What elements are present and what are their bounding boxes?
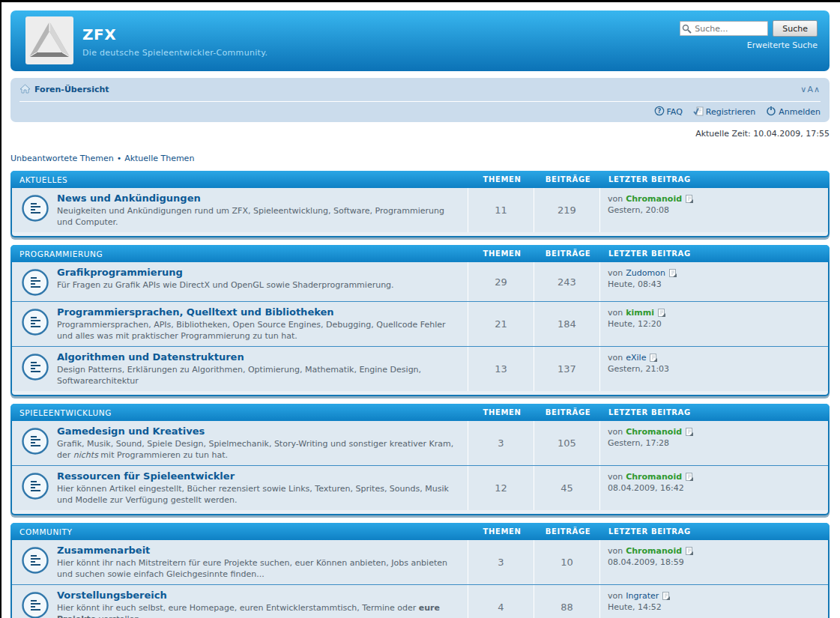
forum-section-spieleentwicklung: SPIELEENTWICKLUNG THEMEN BEITRÄGE LETZTE… bbox=[10, 404, 830, 515]
last-post: vonChromanoid Gestern, 20:08 bbox=[599, 188, 828, 232]
search-icon bbox=[682, 24, 692, 36]
forum-description: Für Fragen zu Grafik APIs wie DirectX un… bbox=[57, 279, 457, 291]
last-poster-link[interactable]: eXile bbox=[626, 353, 646, 363]
forum-icon bbox=[21, 472, 49, 500]
column-header-topics: THEMEN bbox=[469, 408, 535, 416]
last-post: vonChromanoid Gestern, 17:28 bbox=[599, 421, 828, 465]
last-post-time: Heute, 12:20 bbox=[608, 319, 825, 329]
goto-last-post-icon[interactable] bbox=[685, 473, 694, 482]
section-title[interactable]: AKTUELLES bbox=[10, 175, 469, 184]
goto-last-post-icon[interactable] bbox=[685, 428, 694, 437]
forum-row: News und Ankündigungen Neuigkeiten und A… bbox=[12, 188, 828, 232]
goto-last-post-icon[interactable] bbox=[649, 354, 658, 363]
advanced-search-link[interactable]: Erweiterte Suche bbox=[747, 40, 818, 50]
last-poster-link[interactable]: Zudomon bbox=[626, 268, 665, 278]
last-poster-link[interactable]: kimmi bbox=[626, 308, 654, 318]
section-header: SPIELEENTWICKLUNG THEMEN BEITRÄGE LETZTE… bbox=[10, 404, 830, 421]
current-time: Aktuelle Zeit: 10.04.2009, 17:55 bbox=[10, 129, 830, 139]
section-title[interactable]: SPIELEENTWICKLUNG bbox=[10, 408, 469, 417]
forum-title-link[interactable]: Algorithmen und Datenstrukturen bbox=[57, 351, 244, 363]
column-header-lastpost: LETZTER BEITRAG bbox=[601, 175, 830, 184]
topics-count: 21 bbox=[468, 302, 534, 346]
last-post: vonkimmi Heute, 12:20 bbox=[599, 302, 828, 346]
last-post: vonChromanoid 08.04.2009, 16:42 bbox=[599, 466, 828, 510]
column-header-topics: THEMEN bbox=[469, 175, 535, 184]
column-header-lastpost: LETZTER BEITRAG bbox=[601, 527, 830, 536]
goto-last-post-icon[interactable] bbox=[657, 309, 666, 318]
unanswered-topics-link[interactable]: Unbeantwortete Themen bbox=[10, 154, 114, 163]
column-header-topics: THEMEN bbox=[469, 527, 535, 536]
page: ZFX Die deutsche Spieleentwickler-Commun… bbox=[10, 10, 830, 618]
last-poster-link[interactable]: Chromanoid bbox=[626, 546, 682, 556]
posts-count: 10 bbox=[534, 540, 599, 584]
topics-count: 29 bbox=[468, 262, 534, 301]
site-header: ZFX Die deutsche Spieleentwickler-Commun… bbox=[10, 10, 830, 71]
breadcrumb-label: Foren-Übersicht bbox=[34, 85, 109, 94]
goto-last-post-icon[interactable] bbox=[685, 195, 694, 204]
forum-icon bbox=[21, 308, 49, 336]
search-button[interactable]: Suche bbox=[773, 20, 818, 37]
breadcrumb[interactable]: Foren-Übersicht bbox=[19, 84, 109, 96]
topics-count: 12 bbox=[468, 466, 534, 510]
last-post: vonZudomon Heute, 08:43 bbox=[599, 262, 828, 301]
column-header-topics: THEMEN bbox=[469, 249, 535, 258]
textsize-control[interactable]: ∨A∧ bbox=[800, 85, 821, 94]
section-title[interactable]: PROGRAMMIERUNG bbox=[10, 249, 469, 258]
topics-count: 13 bbox=[468, 347, 534, 391]
column-header-posts: BEITRÄGE bbox=[535, 249, 601, 258]
posts-count: 137 bbox=[534, 347, 599, 391]
register-check-icon bbox=[693, 106, 704, 118]
last-post: vonChromanoid 08.04.2009, 18:59 bbox=[599, 540, 828, 584]
goto-last-post-icon[interactable] bbox=[685, 547, 694, 556]
posts-count: 105 bbox=[534, 421, 599, 465]
zfx-logo[interactable] bbox=[25, 16, 73, 64]
last-post-time: Heute, 08:43 bbox=[608, 279, 825, 289]
login-link[interactable]: Anmelden bbox=[766, 106, 821, 118]
search-input[interactable] bbox=[680, 21, 768, 36]
home-icon bbox=[19, 84, 31, 96]
forum-row: Algorithmen und Datenstrukturen Design P… bbox=[12, 346, 828, 391]
topics-count: 3 bbox=[468, 421, 534, 465]
forum-icon bbox=[21, 591, 49, 618]
last-post-time: 08.04.2009, 18:59 bbox=[608, 557, 825, 567]
faq-link[interactable]: ? FAQ bbox=[654, 106, 683, 118]
last-post-time: Gestern, 21:03 bbox=[608, 364, 825, 374]
goto-last-post-icon[interactable] bbox=[668, 269, 677, 278]
forum-title-link[interactable]: Vorstellungsbereich bbox=[57, 590, 167, 601]
forum-row: Programmiersprachen, Quelltext und Bibli… bbox=[12, 301, 828, 346]
topics-count: 4 bbox=[468, 585, 534, 618]
forum-description: Grafik, Musik, Sound, Spiele Design, Spi… bbox=[57, 438, 457, 461]
forum-row: Vorstellungsbereich Hier könnt ihr euch … bbox=[12, 584, 828, 618]
forum-title-link[interactable]: Gamedesign und Kreatives bbox=[57, 425, 205, 437]
forum-description: Programmiersprachen, APIs, Bibliotheken,… bbox=[57, 319, 457, 342]
forum-section-programmierung: PROGRAMMIERUNG THEMEN BEITRÄGE LETZTER B… bbox=[10, 245, 830, 396]
active-topics-link[interactable]: Aktuelle Themen bbox=[124, 154, 194, 163]
forum-icon bbox=[21, 546, 49, 575]
column-header-lastpost: LETZTER BEITRAG bbox=[601, 408, 830, 416]
forum-title-link[interactable]: Programmiersprachen, Quelltext und Bibli… bbox=[57, 306, 334, 318]
posts-count: 88 bbox=[534, 585, 599, 618]
last-poster-link[interactable]: Chromanoid bbox=[626, 194, 682, 204]
column-header-posts: BEITRÄGE bbox=[535, 408, 601, 416]
posts-count: 243 bbox=[534, 262, 599, 301]
forum-title-link[interactable]: Grafikprogrammierung bbox=[57, 267, 183, 278]
last-poster-link[interactable]: Ingrater bbox=[626, 591, 659, 601]
forum-row: Grafikprogrammierung Für Fragen zu Grafi… bbox=[12, 262, 828, 301]
last-poster-link[interactable]: Chromanoid bbox=[626, 472, 682, 482]
goto-last-post-icon[interactable] bbox=[662, 592, 671, 601]
forum-icon bbox=[21, 194, 49, 222]
register-link[interactable]: Registrieren bbox=[693, 106, 755, 118]
forum-icon bbox=[21, 427, 49, 455]
forum-title-link[interactable]: Ressourcen für Spieleentwickler bbox=[57, 470, 235, 482]
forum-icon bbox=[21, 353, 49, 381]
posts-count: 45 bbox=[534, 466, 599, 510]
forum-title-link[interactable]: Zusammenarbeit bbox=[57, 545, 150, 556]
last-poster-link[interactable]: Chromanoid bbox=[626, 427, 682, 437]
forum-row: Gamedesign und Kreatives Grafik, Musik, … bbox=[12, 421, 828, 465]
site-subtitle: Die deutsche Spieleentwickler-Community. bbox=[82, 48, 268, 58]
section-title[interactable]: COMMUNITY bbox=[10, 527, 469, 536]
forum-title-link[interactable]: News und Ankündigungen bbox=[57, 193, 201, 204]
forum-row: Ressourcen für Spieleentwickler Hier kön… bbox=[12, 465, 828, 510]
forum-row: Zusammenarbeit Hier könnt ihr nach Mitst… bbox=[12, 540, 828, 584]
topics-count: 11 bbox=[468, 188, 534, 232]
